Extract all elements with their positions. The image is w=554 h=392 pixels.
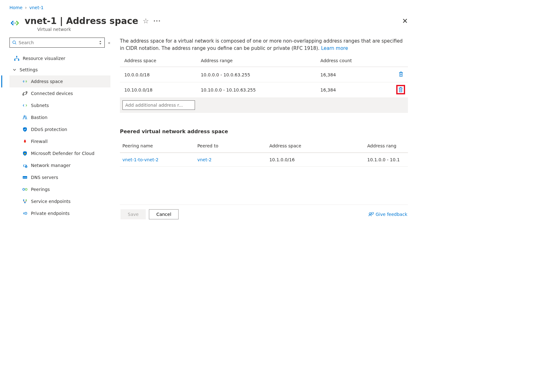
sidebar-item-resource-visualizer[interactable]: Resource visualizer bbox=[9, 53, 110, 64]
sidebar-item-connected-devices[interactable]: Connected devices bbox=[9, 87, 110, 99]
peering-name-link[interactable]: vnet-1-to-vnet-2 bbox=[122, 157, 158, 162]
sidebar-item-label: Resource visualizer bbox=[23, 56, 65, 61]
page-title: vnet-1 | Address space ☆ ··· bbox=[25, 16, 398, 26]
dns-icon: www bbox=[22, 175, 28, 180]
more-actions-icon[interactable]: ··· bbox=[153, 18, 161, 24]
virtual-network-icon bbox=[9, 18, 20, 28]
cell-range: 10.0.0.0 - 10.0.63.255 bbox=[196, 67, 316, 82]
bastion-icon bbox=[22, 115, 28, 120]
sidebar-item-label: DNS servers bbox=[31, 175, 58, 180]
sidebar-section-settings[interactable]: Settings bbox=[9, 64, 110, 75]
svg-point-17 bbox=[25, 188, 27, 190]
collapse-sidebar-icon[interactable]: « bbox=[108, 40, 110, 45]
table-row: 10.10.0.0/18 10.10.0.0 - 10.10.63.255 16… bbox=[120, 82, 408, 98]
sidebar-item-peerings[interactable]: Peerings bbox=[9, 183, 110, 195]
service-endpoints-icon bbox=[22, 199, 28, 204]
sidebar-section-label: Settings bbox=[20, 67, 38, 72]
peered-table: Peering name Peered to Address space Add… bbox=[120, 140, 408, 167]
sidebar-item-label: Address space bbox=[31, 79, 63, 84]
page-subtitle: Virtual network bbox=[37, 27, 398, 32]
column-header-range: Address range bbox=[196, 55, 316, 67]
delete-icon[interactable] bbox=[398, 71, 404, 77]
svg-point-22 bbox=[26, 213, 26, 214]
chevron-right-icon: › bbox=[25, 5, 27, 10]
search-input-wrapper[interactable] bbox=[9, 38, 105, 48]
sidebar-item-private-endpoints[interactable]: Private endpoints bbox=[9, 207, 110, 219]
save-button[interactable]: Save bbox=[121, 209, 146, 219]
search-icon bbox=[12, 40, 17, 45]
sidebar-item-label: Firewall bbox=[31, 139, 48, 144]
svg-rect-5 bbox=[14, 59, 15, 61]
cell-range: 10.10.0.0 - 10.10.63.255 bbox=[196, 82, 316, 98]
private-endpoints-icon bbox=[22, 211, 28, 216]
favorite-star-icon[interactable]: ☆ bbox=[143, 17, 149, 25]
close-button[interactable]: ✕ bbox=[402, 17, 408, 25]
svg-line-3 bbox=[15, 43, 16, 44]
svg-text:www: www bbox=[23, 176, 27, 178]
sidebar-item-label: Subnets bbox=[31, 103, 49, 108]
footer: Save Cancel Give feedback bbox=[120, 205, 408, 226]
sidebar-item-label: Microsoft Defender for Cloud bbox=[31, 151, 94, 156]
learn-more-link[interactable]: Learn more bbox=[321, 45, 348, 51]
defender-icon bbox=[22, 151, 28, 156]
table-row: 10.0.0.0/18 10.0.0.0 - 10.0.63.255 16,38… bbox=[120, 67, 408, 82]
sidebar-item-address-space[interactable]: Address space bbox=[9, 75, 110, 87]
add-address-input[interactable] bbox=[122, 100, 195, 110]
svg-point-9 bbox=[23, 94, 24, 95]
cell-count: 16,384 bbox=[316, 82, 392, 98]
sidebar-item-dns[interactable]: www DNS servers bbox=[9, 171, 110, 183]
firewall-icon bbox=[22, 139, 28, 144]
breadcrumb: Home › vnet-1 bbox=[9, 5, 408, 10]
breadcrumb-resource[interactable]: vnet-1 bbox=[29, 5, 44, 10]
peered-to-link[interactable]: vnet-2 bbox=[197, 157, 211, 162]
add-address-row bbox=[120, 98, 408, 113]
svg-point-23 bbox=[369, 213, 371, 215]
sort-toggle-icon[interactable] bbox=[99, 40, 102, 45]
breadcrumb-home[interactable]: Home bbox=[9, 5, 22, 10]
ddos-icon bbox=[22, 127, 28, 132]
column-header-peer-space: Address space bbox=[267, 140, 365, 153]
sidebar-item-label: Private endpoints bbox=[31, 211, 70, 216]
peered-section-title: Peered virtual network address space bbox=[120, 128, 408, 134]
sidebar-item-label: Service endpoints bbox=[31, 199, 71, 204]
svg-point-10 bbox=[26, 92, 27, 93]
svg-point-4 bbox=[16, 56, 17, 57]
column-header-count: Address count bbox=[316, 55, 392, 67]
table-row: vnet-1-to-vnet-2 vnet-2 10.1.0.0/16 10.1… bbox=[120, 153, 408, 167]
chevron-down-icon bbox=[13, 68, 17, 72]
network-manager-icon bbox=[22, 163, 28, 168]
sidebar-item-ddos[interactable]: DDoS protection bbox=[9, 123, 110, 135]
column-header-space: Address space bbox=[120, 55, 196, 67]
sidebar-item-firewall[interactable]: Firewall bbox=[9, 135, 110, 147]
column-header-peer-range: Address rang bbox=[365, 140, 408, 153]
cancel-button[interactable]: Cancel bbox=[149, 209, 178, 219]
sidebar-item-subnets[interactable]: Subnets bbox=[9, 99, 110, 111]
peerings-icon bbox=[22, 187, 28, 192]
address-space-icon bbox=[22, 79, 28, 84]
sidebar-item-bastion[interactable]: Bastion bbox=[9, 111, 110, 123]
svg-point-19 bbox=[26, 199, 27, 201]
search-input[interactable] bbox=[19, 40, 97, 45]
cell-space: 10.10.0.0/18 bbox=[120, 82, 196, 98]
svg-point-7 bbox=[24, 81, 25, 82]
delete-icon[interactable] bbox=[398, 86, 404, 93]
subnets-icon bbox=[22, 103, 28, 108]
cell-count: 16,384 bbox=[316, 67, 392, 82]
sidebar-item-defender[interactable]: Microsoft Defender for Cloud bbox=[9, 147, 110, 159]
sidebar-item-service-endpoints[interactable]: Service endpoints bbox=[9, 195, 110, 207]
sidebar-item-network-manager[interactable]: Network manager bbox=[9, 159, 110, 171]
address-space-table: Address space Address range Address coun… bbox=[120, 55, 408, 113]
sidebar-item-label: Peerings bbox=[31, 187, 50, 192]
feedback-icon bbox=[368, 211, 374, 217]
connected-devices-icon bbox=[22, 91, 28, 96]
sidebar-item-label: Connected devices bbox=[31, 91, 73, 96]
svg-point-11 bbox=[25, 142, 26, 143]
svg-point-8 bbox=[25, 81, 26, 82]
sidebar-item-label: DDoS protection bbox=[31, 127, 67, 132]
svg-point-20 bbox=[24, 202, 26, 203]
svg-point-16 bbox=[23, 188, 25, 190]
svg-rect-6 bbox=[18, 59, 19, 61]
svg-point-1 bbox=[15, 22, 16, 24]
svg-point-0 bbox=[13, 22, 15, 24]
give-feedback-link[interactable]: Give feedback bbox=[368, 211, 407, 217]
